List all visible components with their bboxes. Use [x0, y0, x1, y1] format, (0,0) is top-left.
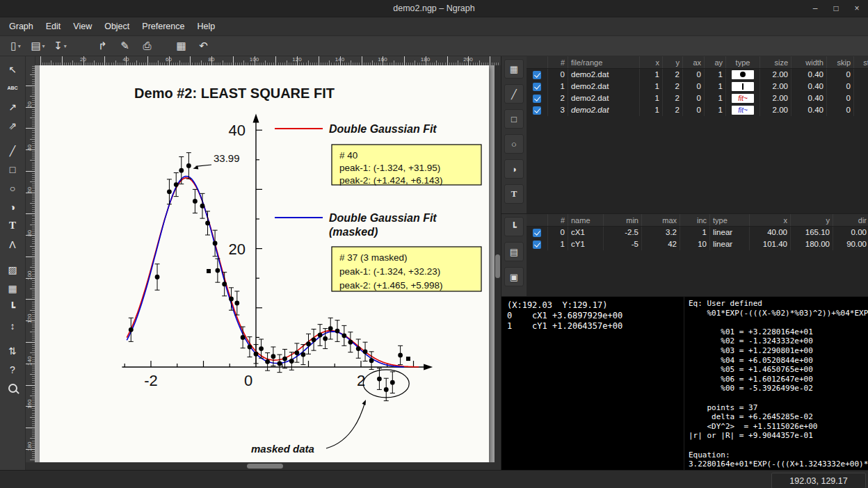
- graph-canvas[interactable]: Demo #2: LEAST SQUARE FIT-202204033.99Do…: [40, 65, 489, 462]
- menu-view[interactable]: View: [67, 19, 98, 34]
- text-tool[interactable]: T: [3, 216, 22, 235]
- file-table-row[interactable]: 1demo2.dat12012.000.4001-1401: [527, 81, 868, 92]
- zoom-tool[interactable]: [3, 379, 22, 398]
- fit-result-line: peak-1: (-1.324, +31.95): [339, 163, 440, 173]
- row-visible-checkbox[interactable]: [533, 71, 541, 79]
- vertical-scrollbar-thumb[interactable]: [495, 254, 500, 278]
- printer-icon: ⎙: [143, 40, 151, 52]
- vertical-scrollbar[interactable]: [495, 65, 501, 462]
- legend-pointer-tool[interactable]: ↗: [3, 97, 22, 116]
- file-list-table: #file/rangexyaxaytypesizewidthskipstepfi…: [527, 56, 868, 213]
- file-table-row[interactable]: 0demo2.dat12012.000.4001-1400: [527, 69, 868, 81]
- column-header[interactable]: y: [791, 214, 833, 227]
- column-header[interactable]: type: [710, 214, 750, 227]
- close-button[interactable]: ×: [851, 3, 862, 13]
- rectangle-tool[interactable]: □: [3, 160, 22, 179]
- menu-help[interactable]: Help: [191, 19, 221, 34]
- frame-tool[interactable]: ⇅: [3, 341, 22, 360]
- column-header[interactable]: ay: [705, 56, 726, 69]
- merge-tool[interactable]: ▦: [3, 279, 22, 298]
- x-tick-label: 0: [244, 372, 252, 389]
- horizontal-scrollbar-thumb[interactable]: [247, 464, 283, 469]
- data-point: [294, 350, 299, 355]
- window-title: demo2.ngp – Ngraph: [393, 3, 474, 13]
- menu-preference[interactable]: Preference: [136, 19, 191, 34]
- row-visible-checkbox[interactable]: [533, 83, 541, 91]
- data-point: [328, 326, 333, 331]
- row-visible-checkbox[interactable]: [533, 229, 541, 237]
- column-header[interactable]: ax: [683, 56, 705, 69]
- scale-tool[interactable]: ↕: [3, 316, 22, 335]
- file-table-row[interactable]: 3demo2.dat1201fit~2.000.4001-1373: [527, 104, 868, 116]
- canvas-viewport[interactable]: Demo #2: LEAST SQUARE FIT-202204033.99Do…: [35, 65, 501, 462]
- column-header[interactable]: y: [663, 56, 683, 69]
- print-button[interactable]: ⎙: [137, 38, 157, 54]
- menu-object[interactable]: Object: [98, 19, 136, 34]
- column-header[interactable]: #: [548, 214, 568, 227]
- column-header[interactable]: inc: [680, 214, 710, 227]
- ruler-number: 60: [26, 186, 33, 195]
- new-button[interactable]: ▯ ▾: [6, 38, 26, 54]
- column-header[interactable]: step: [854, 56, 868, 69]
- column-header[interactable]: x: [640, 56, 663, 69]
- axis-table-row[interactable]: 1cY1-54210linear101.40180.0090.00140.005: [527, 238, 868, 250]
- text-list-icon[interactable]: T: [504, 184, 524, 204]
- text-pointer-tool[interactable]: ABC: [3, 79, 22, 97]
- row-visible-checkbox[interactable]: [533, 95, 541, 103]
- ngraph-window: demo2.ngp – Ngraph – □ × Graph Edit View…: [0, 0, 868, 488]
- pointer-tool[interactable]: ↖: [3, 60, 22, 79]
- chevron-down-icon[interactable]: ▾: [42, 43, 45, 49]
- axis-pointer-tool[interactable]: ⇗: [3, 116, 22, 135]
- open-button[interactable]: ▤ ▾: [28, 38, 48, 54]
- bitmap-tool[interactable]: ▨: [3, 260, 22, 279]
- undo-button[interactable]: ↶: [193, 38, 214, 54]
- column-header[interactable]: name: [568, 214, 604, 227]
- column-header[interactable]: skip: [827, 56, 854, 69]
- ellipse-list-icon[interactable]: ○: [504, 134, 524, 154]
- menu-edit[interactable]: Edit: [40, 19, 67, 34]
- save-button[interactable]: ↧ ▾: [50, 38, 70, 54]
- axis-list-icon[interactable]: ┗: [504, 217, 524, 236]
- column-header[interactable]: [527, 214, 548, 227]
- menu-graph[interactable]: Graph: [3, 19, 40, 34]
- column-header[interactable]: #: [548, 56, 568, 69]
- column-header[interactable]: file/range: [568, 56, 640, 69]
- draw-button[interactable]: ✎: [115, 38, 135, 54]
- calculator-button[interactable]: ▦: [171, 38, 191, 54]
- ruler-number: 40: [26, 143, 33, 152]
- minimize-button[interactable]: –: [810, 3, 821, 13]
- column-header[interactable]: type: [726, 56, 760, 69]
- ellipse-tool[interactable]: ○: [3, 179, 22, 197]
- horizontal-scrollbar[interactable]: [26, 462, 501, 470]
- arc-tool[interactable]: ◑: [3, 197, 22, 216]
- path-list-icon[interactable]: ╱: [504, 84, 524, 104]
- column-header[interactable]: x: [750, 214, 791, 227]
- row-visible-checkbox[interactable]: [533, 106, 541, 115]
- column-header[interactable]: size: [760, 56, 791, 69]
- column-header[interactable]: width: [791, 56, 827, 69]
- column-header[interactable]: min: [604, 214, 642, 227]
- frame-list-icon[interactable]: ▤: [504, 242, 524, 261]
- section-list-icon[interactable]: ▣: [504, 267, 524, 286]
- canvas-zone: 20406080100120140160180200 2040608010012…: [26, 56, 501, 470]
- arc-list-icon[interactable]: ◑: [504, 159, 524, 179]
- row-visible-checkbox[interactable]: [533, 241, 541, 249]
- axis-tool[interactable]: ┗: [3, 298, 22, 316]
- ruler-number: 60: [166, 56, 172, 63]
- file-table-row[interactable]: 2demo2.dat1201fit~2.000.4001-1402: [527, 92, 868, 104]
- line-tool[interactable]: ╱: [3, 141, 22, 160]
- data-list-icon[interactable]: ▦: [504, 59, 524, 79]
- chevron-down-icon[interactable]: ▾: [64, 43, 67, 49]
- column-header[interactable]: max: [642, 214, 680, 227]
- column-header[interactable]: [527, 56, 548, 69]
- axis-table-row[interactable]: 0cX1-2.53.21linear40.00165.100.00140.004: [527, 227, 868, 239]
- maximize-button[interactable]: □: [830, 3, 842, 13]
- math-tool[interactable]: Λ: [3, 235, 22, 254]
- rectangle-list-icon[interactable]: □: [504, 109, 524, 129]
- column-header[interactable]: dir: [833, 214, 868, 227]
- chevron-down-icon[interactable]: ▾: [18, 43, 21, 49]
- graph-page[interactable]: Demo #2: LEAST SQUARE FIT-202204033.99Do…: [40, 65, 489, 462]
- line-icon: ╱: [10, 145, 15, 156]
- axis-scale-button[interactable]: ↱: [93, 38, 113, 54]
- evaluate-tool[interactable]: ?: [3, 360, 22, 379]
